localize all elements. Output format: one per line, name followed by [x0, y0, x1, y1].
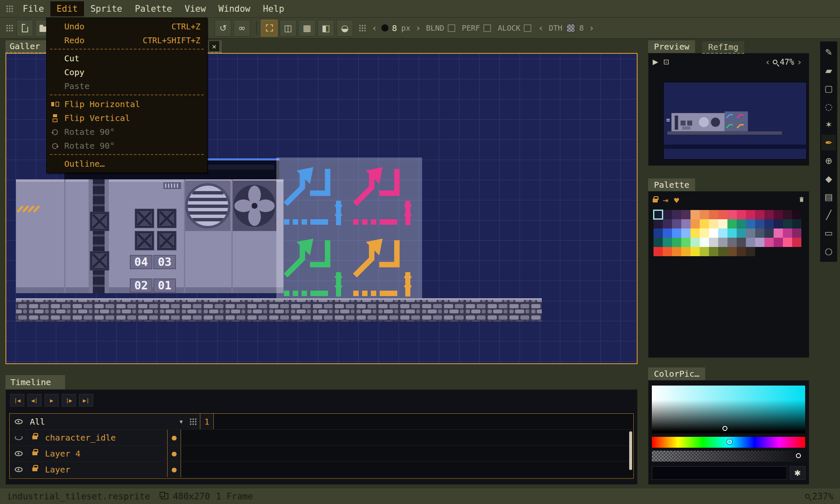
frames-area[interactable] — [181, 430, 633, 445]
palette-lock-icon[interactable] — [653, 199, 658, 202]
preview-zoom-decrease[interactable]: ‹ — [765, 57, 770, 67]
frame-cel-dot[interactable]: ● — [171, 450, 177, 457]
loop-button[interactable]: ∞ — [234, 20, 250, 37]
dither-pattern-icon[interactable] — [567, 24, 575, 32]
fill-tool[interactable]: ◆ — [822, 171, 836, 186]
prev-frame-button[interactable]: ◀| — [27, 394, 42, 407]
palette-swatch[interactable] — [654, 238, 663, 247]
palette-fav-icon[interactable]: ♥ — [673, 197, 679, 205]
menu-help[interactable]: Help — [257, 1, 291, 16]
frames-area[interactable] — [181, 462, 633, 477]
palette-swatch[interactable] — [755, 210, 764, 219]
palette-swatch[interactable] — [783, 219, 792, 228]
palette-swatch[interactable] — [727, 210, 737, 219]
dither-decrease[interactable]: ‹ — [538, 23, 543, 33]
palette-swatch[interactable] — [654, 210, 663, 219]
lasso-tool[interactable]: ◌ — [822, 99, 836, 114]
menu-window[interactable]: Window — [212, 1, 257, 16]
preview-fit-icon[interactable]: ⊡ — [663, 58, 669, 66]
tab-preview[interactable]: Preview — [648, 40, 695, 53]
palette-swatch[interactable] — [755, 238, 764, 247]
palette-swatch[interactable] — [727, 219, 737, 228]
palette-swatch[interactable] — [709, 228, 718, 238]
frame-cel-dot[interactable]: ● — [171, 434, 177, 441]
menu-item-redo[interactable]: RedoCTRL+SHIFT+Z — [47, 33, 207, 47]
palette-swatch[interactable] — [764, 238, 774, 247]
palette-swatch[interactable] — [764, 228, 774, 238]
first-frame-button[interactable]: |◀ — [10, 394, 24, 407]
chevron-down-icon[interactable]: ▾ — [179, 418, 183, 425]
lock-icon[interactable] — [32, 436, 37, 439]
hue-marker[interactable] — [727, 439, 732, 444]
next-frame-button[interactable]: |▶ — [62, 394, 76, 407]
saturation-value-box[interactable] — [652, 386, 805, 433]
selection-mode-button[interactable] — [261, 20, 278, 37]
palette-swatch[interactable] — [681, 210, 690, 219]
tile-mode-button[interactable]: ▦ — [299, 20, 315, 37]
palette-swatch[interactable] — [718, 210, 727, 219]
menu-file[interactable]: File — [16, 1, 50, 16]
palette-swatch[interactable] — [700, 238, 709, 247]
line-tool[interactable]: ╱ — [822, 207, 836, 223]
palette-swatch[interactable] — [718, 247, 727, 256]
palette-swatch[interactable] — [690, 210, 700, 219]
menu-item-flip-horizontal[interactable]: Flip Horizontal — [47, 97, 207, 111]
palette-swatch[interactable] — [672, 228, 681, 238]
palette-swatch[interactable] — [681, 219, 690, 228]
move-tool[interactable]: ⊕ — [822, 153, 836, 168]
symmetry-y-button[interactable]: ◒ — [336, 20, 353, 37]
menu-palette[interactable]: Palette — [129, 1, 178, 16]
marquee-tool[interactable]: ▢ — [822, 81, 836, 96]
layer-grip-icon[interactable] — [189, 418, 197, 425]
palette-swatch[interactable] — [774, 238, 783, 247]
menu-view[interactable]: View — [178, 1, 213, 16]
palette-swatch[interactable] — [764, 210, 774, 219]
flip-horizontal-button[interactable]: ◫ — [280, 20, 297, 37]
layer-row[interactable]: Layer 4 ● — [10, 446, 633, 462]
blend-checkbox[interactable] — [448, 24, 455, 32]
palette-swatch[interactable] — [690, 228, 700, 238]
palette-swatch[interactable] — [746, 238, 755, 247]
alpha-marker[interactable] — [796, 453, 801, 458]
menu-item-undo[interactable]: UndoCTRL+Z — [47, 19, 207, 33]
palette-swatch[interactable] — [654, 247, 663, 256]
palette-swatch[interactable] — [746, 210, 755, 219]
layer-row[interactable]: character_idle ● — [10, 430, 633, 446]
frame-cel-dot[interactable]: ● — [171, 466, 177, 473]
palette-swatch[interactable] — [672, 247, 681, 256]
color-value-input[interactable] — [652, 466, 787, 480]
new-file-button[interactable] — [16, 20, 33, 37]
visibility-icon[interactable] — [15, 451, 23, 456]
palette-swatch[interactable] — [718, 219, 727, 228]
palette-swatch[interactable] — [718, 238, 727, 247]
dither-increase[interactable]: › — [589, 23, 594, 33]
palette-swatch[interactable] — [755, 219, 764, 228]
color-apply-button[interactable]: ✱ — [790, 466, 806, 480]
last-frame-button[interactable]: ▶| — [79, 394, 93, 407]
lock-icon[interactable] — [32, 452, 37, 455]
palette-swatch[interactable] — [774, 228, 783, 238]
palette-swatch[interactable] — [792, 238, 801, 247]
visibility-icon[interactable] — [15, 435, 23, 440]
dither-tool[interactable]: ▤ — [822, 189, 836, 205]
tab-refimg[interactable]: RefImg — [702, 41, 744, 54]
palette-swatch[interactable] — [654, 228, 663, 238]
play-button[interactable]: ▶ — [45, 394, 59, 407]
palette-swatch[interactable] — [746, 247, 755, 256]
palette-swatch[interactable] — [700, 228, 709, 238]
lock-icon[interactable] — [32, 467, 37, 471]
palette-swatch[interactable] — [792, 228, 801, 238]
palette-swatch[interactable] — [709, 238, 718, 247]
palette-swatch[interactable] — [681, 238, 690, 247]
ellipse-tool[interactable]: ○ — [822, 243, 836, 259]
palette-swatch[interactable] — [727, 247, 737, 256]
preview-play-icon[interactable]: ▶ — [653, 58, 658, 66]
wand-tool[interactable]: ✶ — [822, 117, 836, 132]
tab-close-button[interactable]: × — [209, 41, 219, 51]
palette-swatch[interactable] — [700, 247, 709, 256]
palette-swatch[interactable] — [718, 228, 727, 238]
palette-swatch[interactable] — [672, 238, 681, 247]
menu-item-outline[interactable]: Outline… — [47, 157, 207, 171]
palette-swatch[interactable] — [663, 238, 672, 247]
palette-swatch[interactable] — [727, 228, 737, 238]
